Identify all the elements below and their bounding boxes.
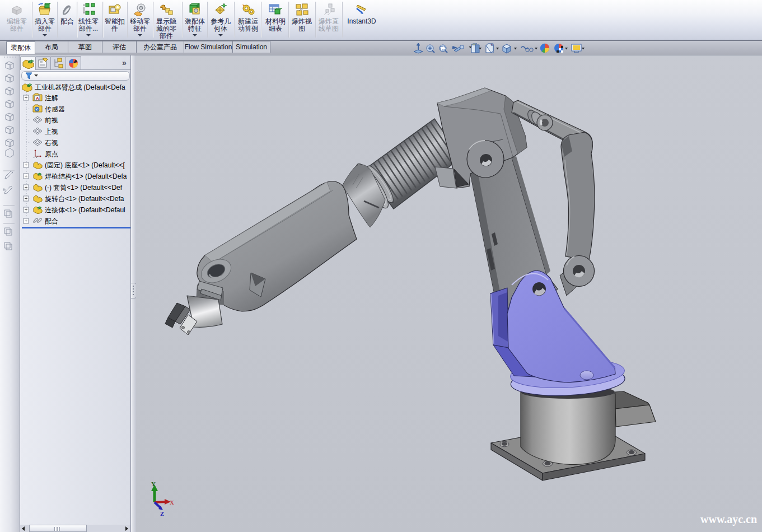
svg-text:A: A	[36, 96, 39, 101]
svg-text:X: X	[170, 499, 174, 506]
svg-text:Z: Z	[160, 510, 164, 517]
svg-text:Y: Y	[151, 480, 156, 487]
